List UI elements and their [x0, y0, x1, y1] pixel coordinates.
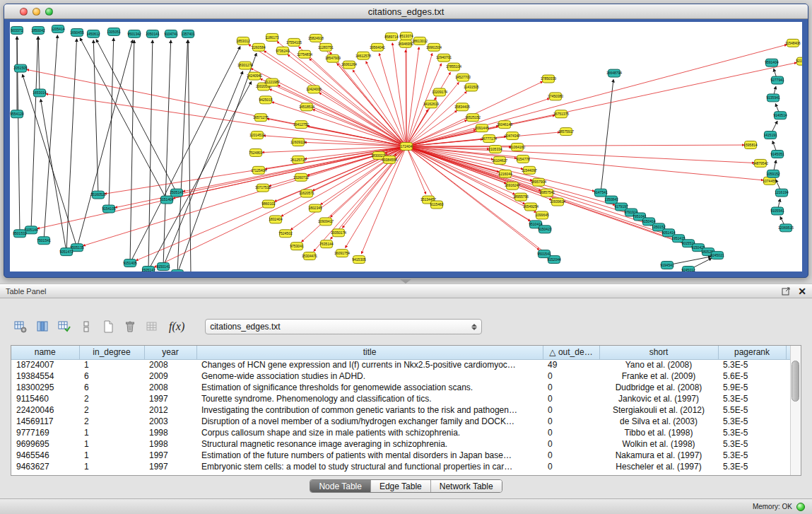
- network-edge[interactable]: [154, 146, 406, 267]
- network-node[interactable]: 2051505: [13, 64, 28, 72]
- network-node[interactable]: 9140514: [773, 112, 787, 119]
- network-edge[interactable]: [44, 35, 57, 240]
- table-row[interactable]: 2242004622012Investigating the contribut…: [11, 404, 790, 416]
- network-node[interactable]: 1505147: [141, 267, 155, 271]
- network-edge[interactable]: [31, 37, 38, 230]
- network-node[interactable]: 9501541: [537, 250, 551, 258]
- network-node[interactable]: 1595814: [743, 141, 758, 149]
- network-node[interactable]: 16916247: [505, 182, 520, 189]
- network-node[interactable]: 17450383: [548, 93, 563, 100]
- network-node[interactable]: 8513074: [399, 32, 413, 40]
- network-table-select[interactable]: citations_edges.txt: [205, 319, 482, 334]
- network-node[interactable]: 1350843: [604, 196, 618, 204]
- table-row[interactable]: 1456911722003Disruption of a novel membe…: [11, 416, 790, 427]
- table-scrollbar[interactable]: [790, 346, 801, 475]
- network-node[interactable]: 17850339: [541, 75, 556, 83]
- network-node[interactable]: 11283751: [318, 43, 334, 51]
- network-node[interactable]: 16777174: [481, 135, 497, 143]
- close-panel-icon[interactable]: ✕: [798, 286, 806, 296]
- network-node[interactable]: 14879542: [753, 159, 768, 167]
- show-columns-icon[interactable]: [35, 319, 50, 334]
- network-node[interactable]: 1853012: [236, 37, 250, 45]
- network-node[interactable]: 1450612: [86, 30, 100, 37]
- network-node[interactable]: 14240941: [247, 72, 262, 80]
- table-row[interactable]: 911546021997Tourette syndrome. Phenomeno…: [11, 393, 790, 404]
- network-node[interactable]: 15834405: [454, 103, 470, 111]
- network-node[interactable]: 12424009: [306, 86, 322, 93]
- network-node[interactable]: 21221987: [264, 78, 280, 86]
- network-node[interactable]: 2091445: [475, 124, 489, 132]
- network-node[interactable]: 1850042: [31, 26, 45, 34]
- network-edge[interactable]: [262, 146, 406, 153]
- network-node[interactable]: 9150423: [538, 226, 552, 233]
- network-edge[interactable]: [130, 40, 134, 263]
- table-row[interactable]: 969969511998Structural magnetic resonanc…: [11, 438, 790, 450]
- network-node[interactable]: 13260712: [293, 173, 309, 181]
- network-node[interactable]: 18955796: [513, 193, 529, 201]
- network-node[interactable]: 16061264: [341, 61, 357, 69]
- network-node[interactable]: 5151404: [160, 196, 174, 204]
- network-node[interactable]: 30717518: [255, 184, 271, 192]
- network-node[interactable]: 16571275: [253, 114, 269, 122]
- table-options-icon[interactable]: [13, 319, 28, 334]
- network-node[interactable]: 7635144: [319, 240, 334, 248]
- network-node[interactable]: 1802345: [308, 204, 322, 212]
- network-node[interactable]: 11548406: [785, 39, 801, 47]
- network-node[interactable]: 9145051: [770, 150, 784, 158]
- network-node[interactable]: 2105334: [488, 146, 502, 153]
- network-node[interactable]: 14162619: [423, 100, 439, 108]
- network-edge[interactable]: [406, 146, 515, 194]
- network-node[interactable]: 1099645: [535, 211, 549, 219]
- network-node[interactable]: 9860102: [261, 200, 276, 208]
- network-node[interactable]: 1305051: [107, 28, 121, 35]
- network-edge[interactable]: [38, 37, 40, 93]
- import-table-icon[interactable]: [144, 319, 160, 334]
- network-node[interactable]: 2260584: [252, 43, 266, 51]
- network-node[interactable]: 7501541: [37, 237, 51, 245]
- network-edge[interactable]: [392, 43, 406, 146]
- network-node[interactable]: 9277941: [770, 76, 784, 84]
- network-node[interactable]: 1216044: [498, 170, 512, 177]
- network-node[interactable]: 1690455: [70, 28, 84, 36]
- network-node[interactable]: 9151405: [123, 259, 137, 267]
- network-node[interactable]: 9245021: [710, 252, 724, 259]
- network-node[interactable]: 9115460: [430, 201, 443, 209]
- network-node[interactable]: 17855104: [446, 63, 461, 71]
- network-edge[interactable]: [163, 40, 171, 267]
- network-node[interactable]: 1216194: [775, 189, 789, 197]
- function-builder-icon[interactable]: f(x): [166, 320, 187, 333]
- network-node[interactable]: 12940701: [436, 54, 452, 62]
- network-node[interactable]: 1357401: [181, 30, 195, 37]
- column-header-name[interactable]: name: [11, 346, 79, 359]
- network-node[interactable]: 16549254: [523, 203, 539, 211]
- network-node[interactable]: 18957904: [531, 178, 546, 186]
- tab-network-table[interactable]: Network Table: [430, 480, 502, 492]
- network-node[interactable]: 9154105: [102, 205, 116, 213]
- network-node[interactable]: 1186173: [265, 33, 278, 41]
- row-height-icon[interactable]: [78, 319, 94, 334]
- table-row[interactable]: 1872400712008Changes of HCN gene express…: [11, 359, 790, 370]
- network-node[interactable]: 1832404: [269, 216, 283, 223]
- network-node[interactable]: 2505147: [170, 189, 184, 197]
- network-edge[interactable]: [148, 81, 252, 270]
- network-canvas[interactable]: 1724041853012226058411861739736243175541…: [10, 22, 802, 271]
- network-node[interactable]: 7524801: [249, 148, 263, 156]
- network-node[interactable]: 11544097: [522, 166, 537, 174]
- column-header-year[interactable]: year: [144, 346, 196, 359]
- network-node[interactable]: 7524502: [278, 230, 293, 238]
- network-edge[interactable]: [406, 45, 787, 146]
- network-edge[interactable]: [310, 59, 406, 146]
- network-node[interactable]: 14518514: [299, 103, 314, 111]
- column-header-out_degree[interactable]: △ out_de…: [543, 346, 599, 359]
- network-node[interactable]: 14527703: [455, 74, 471, 81]
- table-row[interactable]: 1830029562008Estimation of significance …: [11, 382, 790, 393]
- network-node[interactable]: 19384554: [382, 156, 397, 163]
- network-node[interactable]: 16857541: [539, 189, 555, 197]
- network-node[interactable]: 9736243: [276, 47, 290, 54]
- network-node[interactable]: 15824918: [308, 34, 324, 42]
- network-node[interactable]: 9501342: [127, 30, 141, 37]
- network-node[interactable]: 16751375: [553, 110, 569, 118]
- network-node[interactable]: 12754834: [297, 50, 312, 58]
- network-node[interactable]: 903371: [11, 26, 23, 34]
- network-node[interactable]: 18575917: [558, 128, 574, 136]
